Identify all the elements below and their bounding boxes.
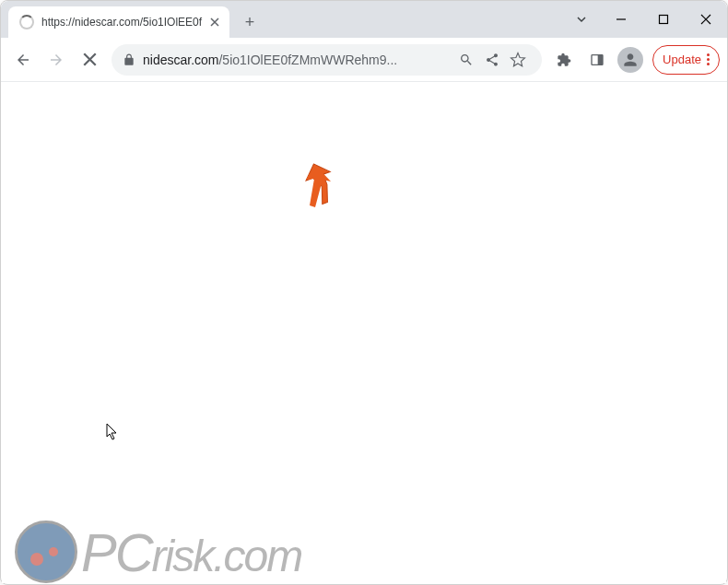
titlebar: https://nidescar.com/5io1IOlEE0f + bbox=[1, 1, 727, 38]
extensions-icon[interactable] bbox=[549, 45, 579, 75]
page-content: PCrisk.com bbox=[2, 82, 726, 583]
search-icon[interactable] bbox=[453, 53, 479, 67]
update-label: Update bbox=[663, 53, 701, 66]
close-tab-button[interactable] bbox=[207, 15, 222, 29]
watermark-rest: risk.com bbox=[152, 532, 302, 580]
lock-icon[interactable] bbox=[123, 53, 135, 66]
back-button[interactable] bbox=[8, 45, 38, 75]
window-controls bbox=[563, 1, 727, 38]
minimize-button[interactable] bbox=[600, 1, 642, 38]
maximize-button[interactable] bbox=[642, 1, 685, 38]
url-domain: nidescar.com bbox=[143, 53, 218, 67]
watermark-text: PCrisk.com bbox=[81, 521, 301, 583]
mouse-cursor-icon bbox=[106, 423, 119, 446]
url-text: nidescar.com/5io1IOlEE0fZMmWWRehm9... bbox=[143, 53, 453, 67]
tab-search-button[interactable] bbox=[563, 13, 600, 26]
menu-dots-icon bbox=[707, 53, 710, 65]
watermark-pc: PC bbox=[81, 522, 152, 582]
share-icon[interactable] bbox=[479, 53, 505, 67]
new-tab-button[interactable]: + bbox=[237, 9, 263, 35]
side-panel-icon[interactable] bbox=[582, 45, 612, 75]
close-window-button[interactable] bbox=[685, 1, 727, 38]
bookmark-star-icon[interactable] bbox=[505, 52, 531, 68]
svg-rect-0 bbox=[660, 16, 668, 24]
svg-rect-2 bbox=[598, 54, 603, 64]
forward-button[interactable] bbox=[41, 45, 71, 75]
stop-reload-button[interactable] bbox=[75, 45, 104, 75]
pointer-arrow-annotation bbox=[294, 163, 336, 215]
browser-window: https://nidescar.com/5io1IOlEE0f + bbox=[0, 0, 728, 585]
profile-avatar[interactable] bbox=[617, 47, 643, 73]
watermark-logo-icon bbox=[15, 521, 77, 583]
address-bar[interactable]: nidescar.com/5io1IOlEE0fZMmWWRehm9... bbox=[112, 44, 542, 76]
toolbar: nidescar.com/5io1IOlEE0fZMmWWRehm9... Up… bbox=[1, 38, 727, 82]
update-button[interactable]: Update bbox=[652, 45, 720, 75]
url-path: /5io1IOlEE0fZMmWWRehm9... bbox=[218, 53, 397, 67]
loading-spinner-icon bbox=[19, 15, 34, 29]
watermark: PCrisk.com bbox=[15, 521, 301, 583]
tab-title: https://nidescar.com/5io1IOlEE0f bbox=[41, 16, 204, 29]
browser-tab[interactable]: https://nidescar.com/5io1IOlEE0f bbox=[8, 6, 229, 38]
